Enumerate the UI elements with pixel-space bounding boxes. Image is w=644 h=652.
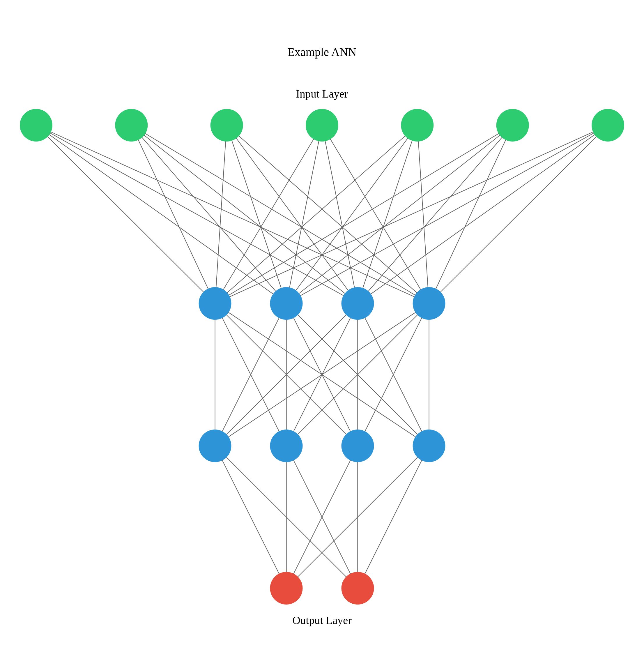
edge [429, 125, 513, 303]
edge [227, 125, 286, 303]
hidden-node [413, 430, 445, 462]
input-node [211, 109, 243, 141]
edge [215, 446, 286, 588]
edges-group [36, 125, 608, 588]
edge [131, 125, 358, 303]
nodes-group [20, 109, 624, 604]
hidden-node [270, 287, 303, 320]
edge [358, 125, 513, 303]
edge [36, 125, 358, 303]
edge [227, 125, 429, 303]
edge [131, 125, 215, 303]
edge [36, 125, 215, 303]
hidden-node [199, 430, 231, 462]
edge [429, 125, 608, 303]
edge [358, 446, 429, 588]
hidden-node [199, 287, 231, 320]
input-node [401, 109, 433, 141]
hidden-node [341, 287, 374, 320]
edge [215, 125, 608, 303]
edge [358, 125, 608, 303]
edge [286, 125, 608, 303]
hidden-node [413, 287, 445, 320]
input-node [20, 109, 52, 141]
input-node [496, 109, 529, 141]
hidden-node [341, 430, 374, 462]
edge [215, 125, 418, 303]
edge [36, 125, 429, 303]
edge [215, 125, 513, 303]
ann-diagram [0, 0, 644, 652]
edge [36, 125, 286, 303]
hidden-node [270, 430, 303, 462]
edge [417, 125, 429, 303]
edge [358, 125, 418, 303]
edge [131, 125, 429, 303]
output-node [270, 572, 303, 604]
output-node [341, 572, 374, 604]
input-node [306, 109, 338, 141]
input-node [115, 109, 148, 141]
edge [286, 125, 513, 303]
edge [131, 125, 286, 303]
edge [322, 125, 358, 303]
edge [286, 125, 322, 303]
edge [215, 125, 227, 303]
input-node [592, 109, 624, 141]
